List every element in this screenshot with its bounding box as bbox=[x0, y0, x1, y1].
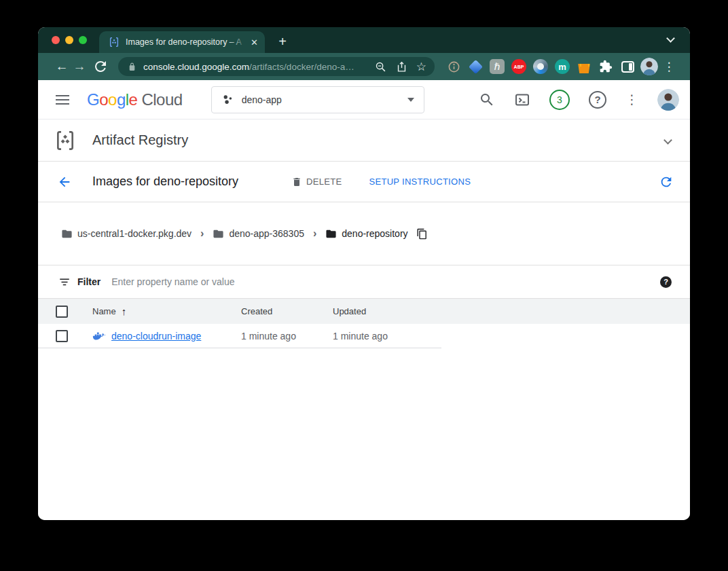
folder-icon bbox=[325, 228, 337, 240]
table-row: deno-cloudrun-image 1 minute ago 1 minut… bbox=[38, 324, 690, 348]
back-arrow-icon[interactable] bbox=[57, 174, 72, 189]
extensions-puzzle-icon[interactable] bbox=[598, 58, 614, 75]
gcp-header-actions: 3 ? ⋮ bbox=[479, 89, 679, 111]
artifact-registry-icon bbox=[54, 130, 76, 151]
zoom-out-icon[interactable] bbox=[375, 61, 386, 73]
row-checkbox[interactable] bbox=[56, 330, 68, 342]
extension-gem-icon[interactable] bbox=[467, 58, 484, 75]
column-header-updated[interactable]: Updated bbox=[333, 306, 690, 316]
search-icon[interactable] bbox=[479, 92, 495, 108]
image-name-cell: deno-cloudrun-image bbox=[92, 331, 241, 342]
back-icon[interactable]: ← bbox=[53, 59, 71, 74]
project-icon bbox=[221, 93, 234, 106]
project-dropdown-caret-icon bbox=[407, 98, 414, 102]
filter-help-icon[interactable]: ? bbox=[660, 276, 672, 288]
minimize-window-button[interactable] bbox=[65, 36, 73, 44]
select-all-checkbox[interactable] bbox=[56, 306, 68, 318]
browser-menu-kebab-icon[interactable]: ⋮ bbox=[663, 60, 675, 74]
sort-ascending-icon[interactable]: ↑ bbox=[122, 306, 127, 317]
header-kebab-icon[interactable]: ⋮ bbox=[625, 92, 638, 107]
gcp-header: GoogleCloud deno-app 3 ? ⋮ bbox=[38, 80, 690, 119]
refresh-icon[interactable] bbox=[659, 174, 674, 189]
extensions-row: ℏ ABP m ⋮ bbox=[445, 58, 675, 75]
share-icon[interactable] bbox=[396, 61, 407, 73]
table-header: Name ↑ Created Updated bbox=[38, 299, 690, 324]
breadcrumb: us-central1-docker.pkg.dev › deno-app-36… bbox=[38, 202, 690, 265]
bookmark-star-icon[interactable]: ☆ bbox=[416, 61, 426, 73]
extension-hbar-icon[interactable]: ℏ bbox=[489, 58, 505, 75]
side-panel-icon[interactable] bbox=[619, 58, 636, 75]
project-selector[interactable]: deno-app bbox=[211, 86, 424, 113]
tab-title: Images for deno-repository – A bbox=[126, 37, 247, 47]
folder-icon bbox=[213, 228, 224, 240]
setup-instructions-button[interactable]: SETUP INSTRUCTIONS bbox=[369, 177, 471, 187]
help-icon[interactable]: ? bbox=[589, 91, 606, 109]
copy-icon[interactable] bbox=[416, 228, 428, 240]
updated-cell: 1 minute ago bbox=[333, 331, 690, 342]
window-controls[interactable] bbox=[52, 36, 87, 44]
tab-search-chevron-icon[interactable] bbox=[666, 34, 675, 43]
delete-button[interactable]: DELETE bbox=[291, 177, 342, 187]
page-title-row: Images for deno-repository DELETE SETUP … bbox=[38, 162, 690, 202]
page-info-icon[interactable] bbox=[445, 58, 462, 75]
extension-m-icon[interactable]: m bbox=[554, 58, 570, 75]
notifications-badge[interactable]: 3 bbox=[549, 90, 570, 110]
service-name: Artifact Registry bbox=[92, 132, 188, 148]
cloud-shell-icon[interactable] bbox=[514, 92, 530, 108]
docker-icon bbox=[92, 331, 107, 342]
extension-swirl-icon[interactable] bbox=[532, 58, 549, 75]
breadcrumb-item-registry-host[interactable]: us-central1-docker.pkg.dev bbox=[61, 228, 192, 240]
image-link[interactable]: deno-cloudrun-image bbox=[111, 331, 201, 342]
reload-icon[interactable] bbox=[92, 58, 109, 75]
created-cell: 1 minute ago bbox=[241, 331, 333, 342]
content-empty-area bbox=[38, 348, 690, 520]
lock-icon[interactable] bbox=[128, 62, 136, 71]
tab-strip: Images for deno-repository – A ✕ + bbox=[38, 27, 690, 53]
filter-icon bbox=[58, 276, 71, 288]
account-avatar[interactable] bbox=[657, 89, 679, 111]
address-bar[interactable]: console.cloud.google.com/artifacts/docke… bbox=[118, 57, 435, 76]
close-window-button[interactable] bbox=[52, 36, 60, 44]
breadcrumb-separator-icon: › bbox=[200, 228, 204, 239]
url-text: console.cloud.google.com/artifacts/docke… bbox=[143, 62, 365, 72]
hamburger-menu-icon[interactable] bbox=[56, 95, 69, 105]
filter-bar: Filter ? bbox=[38, 265, 690, 299]
google-cloud-logo[interactable]: GoogleCloud bbox=[87, 90, 183, 109]
artifact-registry-favicon bbox=[109, 37, 120, 48]
new-tab-button[interactable]: + bbox=[273, 32, 292, 51]
filter-input[interactable] bbox=[111, 276, 660, 287]
folder-icon bbox=[61, 228, 73, 240]
filter-label: Filter bbox=[77, 276, 101, 287]
service-bar: Artifact Registry bbox=[38, 119, 690, 162]
fullscreen-window-button[interactable] bbox=[79, 36, 87, 44]
trash-icon bbox=[291, 177, 302, 187]
project-name: deno-app bbox=[242, 94, 407, 105]
tab-close-icon[interactable]: ✕ bbox=[251, 37, 258, 48]
breadcrumb-separator-icon: › bbox=[313, 228, 316, 239]
column-header-created[interactable]: Created bbox=[241, 306, 333, 316]
browser-profile-avatar[interactable] bbox=[641, 58, 657, 75]
extension-basket-icon[interactable] bbox=[576, 58, 592, 75]
forward-icon[interactable]: → bbox=[71, 59, 88, 74]
column-header-name[interactable]: Name ↑ bbox=[92, 306, 241, 317]
browser-toolbar: ← → console.cloud.google.com/artifacts/d… bbox=[38, 53, 690, 80]
browser-tab[interactable]: Images for deno-repository – A ✕ bbox=[99, 31, 265, 53]
cloud-wordmark: Cloud bbox=[141, 90, 182, 109]
page-title: Images for deno-repository bbox=[92, 174, 238, 189]
browser-window: Images for deno-repository – A ✕ + ← → c… bbox=[38, 27, 690, 520]
breadcrumb-item-project[interactable]: deno-app-368305 bbox=[213, 228, 304, 240]
collapse-chevron-icon[interactable] bbox=[663, 136, 672, 145]
extension-adblock-icon[interactable]: ABP bbox=[511, 58, 527, 75]
breadcrumb-item-repository: deno-repository bbox=[325, 228, 407, 240]
